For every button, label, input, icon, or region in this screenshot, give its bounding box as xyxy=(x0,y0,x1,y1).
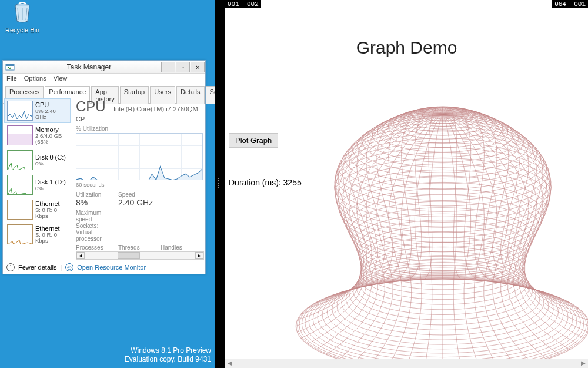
sidebar-label: Disk 0 (C:) xyxy=(35,154,66,161)
menubar: File Options View xyxy=(3,74,205,84)
graph-demo-app: 001 002 064 001 Graph Demo Plot Graph Du… xyxy=(225,0,588,368)
stat-label: Utilization xyxy=(76,191,113,198)
open-resource-monitor-link[interactable]: Open Resource Monitor xyxy=(77,264,146,271)
cpu-thumb xyxy=(7,101,33,121)
scroll-right-icon[interactable]: ► xyxy=(195,252,203,259)
horizontal-scrollbar[interactable]: ◄ ► xyxy=(76,251,204,260)
sidebar-stat: S: 0 R: 0 Kbps xyxy=(35,232,68,244)
stat-label: Sockets: xyxy=(76,223,111,229)
graph-x-label: 60 seconds xyxy=(76,181,203,188)
cpu-heading: CPU xyxy=(76,98,106,115)
sidebar-stat: 2.6/4.0 GB (65% xyxy=(35,133,68,145)
titlebar[interactable]: Task Manager — ▫ ✕ xyxy=(3,61,205,74)
disk-thumb xyxy=(7,150,33,170)
task-manager-window: Task Manager — ▫ ✕ File Options View Pro… xyxy=(2,60,206,274)
sidebar-item-disk1[interactable]: Disk 1 (D:)0% xyxy=(4,173,71,197)
ruler-seg: 064 001 xyxy=(552,0,588,8)
stat-label: Virtual processor xyxy=(76,229,111,242)
menu-view[interactable]: View xyxy=(54,75,68,83)
app-icon xyxy=(5,62,15,72)
watermark: Windows 8.1 Pro Preview Evaluation copy.… xyxy=(125,346,211,364)
stat-label: Maximum speed xyxy=(76,210,111,223)
menu-options[interactable]: Options xyxy=(24,75,46,83)
eth-thumb xyxy=(7,200,33,220)
svg-point-123 xyxy=(296,279,588,359)
fewer-details-link[interactable]: Fewer details xyxy=(18,264,56,271)
scroll-left-icon[interactable]: ◄ xyxy=(76,252,85,259)
stat-label: Threads xyxy=(118,244,156,251)
cpu-stats-grid: Utilization8% Speed2.40 GHz Maximum spee… xyxy=(76,191,203,260)
scroll-left-icon[interactable]: ◀ xyxy=(225,359,235,368)
cpu-graph xyxy=(76,133,203,180)
svg-point-5 xyxy=(296,279,588,359)
duration-value: 3255 xyxy=(283,178,302,187)
svg-point-6 xyxy=(298,279,588,359)
ruler-bar: 001 002 064 001 xyxy=(225,0,588,8)
recycle-bin-label: Recycle Bin xyxy=(5,26,40,34)
app-horizontal-scrollbar[interactable]: ◀ ▶ xyxy=(225,359,588,368)
splitter-grip-icon xyxy=(218,178,222,190)
ruler-seg: 001 002 xyxy=(225,0,261,8)
perf-sidebar: CPU8% 2.40 GHz Memory2.6/4.0 GB (65% Dis… xyxy=(3,96,72,260)
stat-value: 2.40 GHz xyxy=(118,198,165,207)
sidebar-stat: S: 0 R: 0 Kbps xyxy=(35,207,68,220)
graph-y-label: % Utilization xyxy=(76,125,203,132)
window-title: Task Manager xyxy=(17,63,161,71)
watermark-line2: Evaluation copy. Build 9431 xyxy=(125,355,211,364)
scroll-thumb[interactable] xyxy=(118,252,140,259)
sidebar-item-ethernet-1[interactable]: EthernetS: 0 R: 0 Kbps xyxy=(4,222,71,247)
sidebar-label: Memory xyxy=(35,126,68,133)
stat-label: Speed xyxy=(118,191,165,198)
stat-label: Handles xyxy=(161,244,198,251)
menu-file[interactable]: File xyxy=(6,75,17,83)
disk-thumb xyxy=(7,175,33,195)
svg-marker-3 xyxy=(76,167,202,180)
svg-point-4 xyxy=(296,279,588,359)
recycle-bin-icon xyxy=(11,1,34,25)
sidebar-item-memory[interactable]: Memory2.6/4.0 GB (65% xyxy=(4,123,71,148)
perf-main: CPU Intel(R) Core(TM) i7-2760QM CP % Uti… xyxy=(72,96,205,260)
duration-label: Duration (ms): xyxy=(229,178,283,187)
svg-point-122 xyxy=(298,279,588,359)
sidebar-stat: 0% xyxy=(35,185,66,191)
task-manager-footer: ˄ Fewer details | ◴ Open Resource Monito… xyxy=(3,260,205,274)
stat-value: 8% xyxy=(76,198,113,207)
eth-thumb xyxy=(7,224,33,244)
duration-readout: Duration (ms): 3255 xyxy=(229,178,302,187)
app-title: Graph Demo xyxy=(225,38,588,58)
watermark-line1: Windows 8.1 Pro Preview xyxy=(125,346,211,356)
memory-thumb xyxy=(7,125,33,145)
desktop-left: Recycle Bin Windows 8.1 Pro Preview Eval… xyxy=(0,0,215,368)
stat-label: Processes xyxy=(76,244,113,251)
sidebar-item-ethernet-0[interactable]: EthernetS: 0 R: 0 Kbps xyxy=(4,197,71,222)
minimize-button[interactable]: — xyxy=(161,62,175,72)
close-button[interactable]: ✕ xyxy=(191,62,205,72)
sidebar-item-disk0[interactable]: Disk 0 (C:)0% xyxy=(4,148,71,173)
sidebar-label: Disk 1 (D:) xyxy=(35,178,66,185)
sidebar-label: Ethernet xyxy=(35,225,68,232)
splitter-bar[interactable] xyxy=(215,0,225,368)
recycle-bin[interactable]: Recycle Bin xyxy=(5,1,40,34)
chevron-up-icon[interactable]: ˄ xyxy=(6,263,15,271)
sidebar-label: CPU xyxy=(35,101,68,108)
svg-rect-2 xyxy=(6,64,14,66)
sidebar-stat: 0% xyxy=(35,161,66,167)
sidebar-stat: 8% 2.40 GHz xyxy=(35,108,68,121)
scroll-right-icon[interactable]: ▶ xyxy=(579,359,588,368)
sidebar-label: Ethernet xyxy=(35,200,68,207)
sidebar-item-cpu[interactable]: CPU8% 2.40 GHz xyxy=(4,98,71,123)
plot-graph-button[interactable]: Plot Graph xyxy=(229,133,278,148)
maximize-button[interactable]: ▫ xyxy=(176,62,190,72)
resource-monitor-icon: ◴ xyxy=(65,263,74,271)
